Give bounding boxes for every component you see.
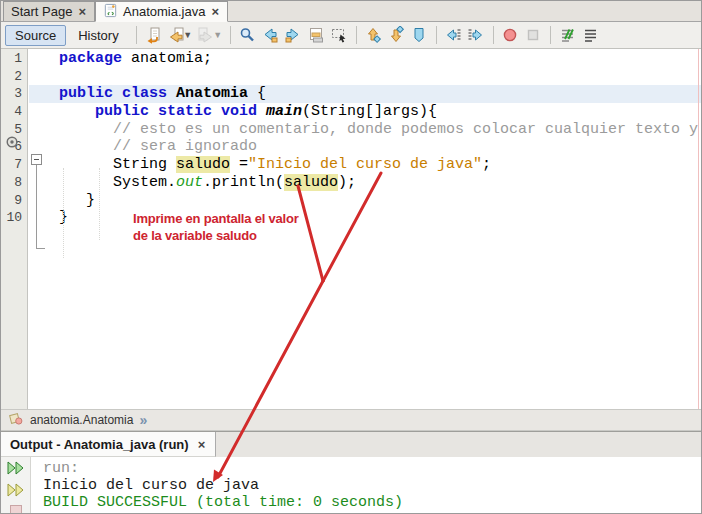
stop-button[interactable]	[5, 504, 27, 514]
output-lines[interactable]: run:Inicio del curso de javaBUILD SUCCES…	[43, 460, 403, 512]
toolbar-separator	[230, 26, 231, 44]
output-tab-label: Output - Anatomia_java (run)	[10, 437, 189, 452]
toolbar-separator	[136, 26, 137, 44]
code-line-7: String saludo ="Inicio del curso de java…	[29, 156, 702, 174]
code-line-2	[29, 68, 702, 86]
breadcrumb-text[interactable]: anatomia.Anatomia	[30, 413, 133, 427]
shift-line-right-icon	[467, 26, 485, 44]
annotation-note-line2: de la variable saludo	[133, 228, 299, 245]
tab-start-page-label: Start Page	[11, 4, 72, 19]
next-bookmark-icon	[387, 26, 405, 44]
output-window-header: Output - Anatomia_java (run) ×	[1, 431, 702, 457]
uncomment-button[interactable]	[579, 24, 602, 46]
editor-toolbar-icons: ▼▼	[142, 24, 602, 46]
start-macro-recording-button[interactable]	[499, 24, 522, 46]
toolbar-separator	[436, 26, 437, 44]
toggle-highlight-search-icon	[307, 26, 325, 44]
toolbar-separator	[356, 26, 357, 44]
code-line-6: // sera ignorado	[29, 138, 702, 156]
annotation-note: Imprime en pantalla el valor de la varia…	[133, 211, 299, 244]
code-line-4: public static void main(String[]args){	[29, 103, 702, 121]
find-next-button[interactable]	[282, 24, 305, 46]
forward-button[interactable]: ▼	[195, 24, 225, 46]
line-number: 10	[1, 209, 27, 227]
stop-macro-recording-button[interactable]	[522, 24, 545, 46]
toggle-rectangular-selection-button[interactable]	[328, 24, 351, 46]
find-next-icon	[284, 26, 302, 44]
stop-macro-recording-icon	[524, 26, 542, 44]
next-bookmark-button[interactable]	[385, 24, 408, 46]
find-previous-icon	[261, 26, 279, 44]
toolbar-separator	[550, 26, 551, 44]
source-view-button[interactable]: Source	[5, 25, 66, 46]
netbeans-window: Start Page × Anatomia.java × Source Hist…	[0, 0, 702, 514]
code-line-3: public class Anatomia {	[29, 85, 702, 103]
toolbar-separator	[493, 26, 494, 44]
output-toolbar	[1, 457, 31, 514]
output-panel: run:Inicio del curso de javaBUILD SUCCES…	[1, 457, 702, 514]
editor-gutter[interactable]: 12345678910	[1, 49, 28, 409]
dropdown-caret-icon: ▼	[183, 30, 192, 40]
back-button[interactable]: ▼	[165, 24, 195, 46]
shift-line-left-button[interactable]	[442, 24, 465, 46]
history-view-button[interactable]: History	[68, 25, 128, 46]
class-file-icon	[8, 411, 24, 430]
last-edit-position-button[interactable]	[142, 24, 165, 46]
document-tab-bar: Start Page × Anatomia.java ×	[1, 1, 702, 22]
output-line: Inicio del curso de java	[43, 477, 403, 494]
close-icon[interactable]: ×	[210, 4, 220, 19]
code-line-10: }	[29, 209, 702, 227]
code-line-1: package anatomia;	[29, 50, 702, 68]
previous-bookmark-icon	[364, 26, 382, 44]
line-number: 3	[1, 85, 27, 103]
code-editor[interactable]: 12345678910 package anatomia;public clas…	[1, 49, 702, 409]
close-icon[interactable]: ×	[197, 437, 207, 452]
line-number: 2	[1, 68, 27, 86]
breadcrumb-bar: anatomia.Anatomia »	[1, 409, 702, 431]
indent-guide	[99, 168, 100, 240]
output-line: run:	[43, 460, 403, 477]
line-number: 8	[1, 174, 27, 192]
close-icon[interactable]: ×	[77, 4, 87, 19]
toggle-rectangular-selection-icon	[330, 26, 348, 44]
toggle-bookmark-button[interactable]	[408, 24, 431, 46]
previous-bookmark-button[interactable]	[362, 24, 385, 46]
code-line-5: // esto es un comentario, donde podemos …	[29, 121, 702, 139]
find-selection-button[interactable]	[236, 24, 259, 46]
chevron-right-icon[interactable]: »	[139, 412, 147, 428]
line-number: 7	[1, 156, 27, 174]
java-file-icon	[103, 3, 118, 21]
tab-output-run[interactable]: Output - Anatomia_java (run) ×	[1, 432, 216, 457]
class-annotation-icon	[6, 136, 18, 148]
shift-line-right-button[interactable]	[465, 24, 488, 46]
line-number: 1	[1, 50, 27, 68]
find-selection-icon	[238, 26, 256, 44]
tab-start-page[interactable]: Start Page ×	[3, 1, 95, 21]
rerun-button[interactable]	[5, 460, 27, 478]
code-line-8: System.out.println(saludo);	[29, 174, 702, 192]
indent-guide	[63, 168, 64, 258]
last-edit-position-icon	[144, 26, 162, 44]
editor-code-rows: package anatomia;public class Anatomia {…	[29, 49, 702, 227]
code-line-9: }	[29, 192, 702, 210]
start-macro-recording-icon	[501, 26, 519, 44]
tab-anatomia-label: Anatomia.java	[123, 4, 205, 19]
tab-anatomia-java[interactable]: Anatomia.java ×	[95, 1, 228, 22]
find-previous-button[interactable]	[259, 24, 282, 46]
toggle-highlight-search-button[interactable]	[305, 24, 328, 46]
editor-toolbar: Source History ▼▼	[1, 22, 702, 49]
line-number: 4	[1, 103, 27, 121]
output-line: BUILD SUCCESSFUL (total time: 0 seconds)	[43, 494, 403, 511]
comment-icon	[558, 26, 576, 44]
uncomment-icon	[581, 26, 599, 44]
line-number: 9	[1, 192, 27, 210]
dropdown-caret-icon: ▼	[213, 30, 222, 40]
rerun-alt-button[interactable]	[5, 482, 27, 500]
annotation-note-line1: Imprime en pantalla el valor	[133, 211, 299, 228]
comment-button[interactable]	[556, 24, 579, 46]
code-fold-end	[36, 248, 45, 249]
shift-line-left-icon	[444, 26, 462, 44]
right-margin-line	[698, 49, 699, 409]
toggle-bookmark-icon	[410, 26, 428, 44]
